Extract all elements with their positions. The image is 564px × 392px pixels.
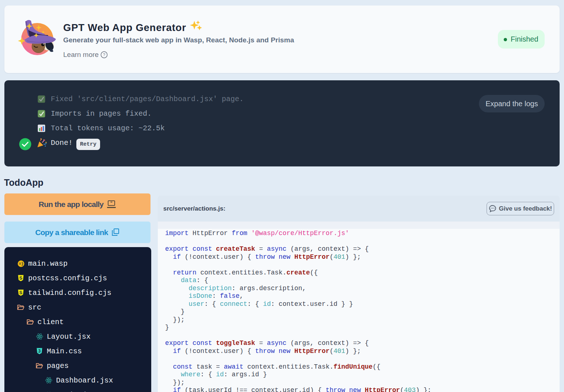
svg-text:=}: =}: [19, 262, 23, 266]
svg-text:3: 3: [38, 349, 41, 354]
svg-text:?: ?: [103, 53, 105, 57]
svg-text:S: S: [19, 290, 22, 295]
svg-text:S: S: [19, 276, 22, 281]
